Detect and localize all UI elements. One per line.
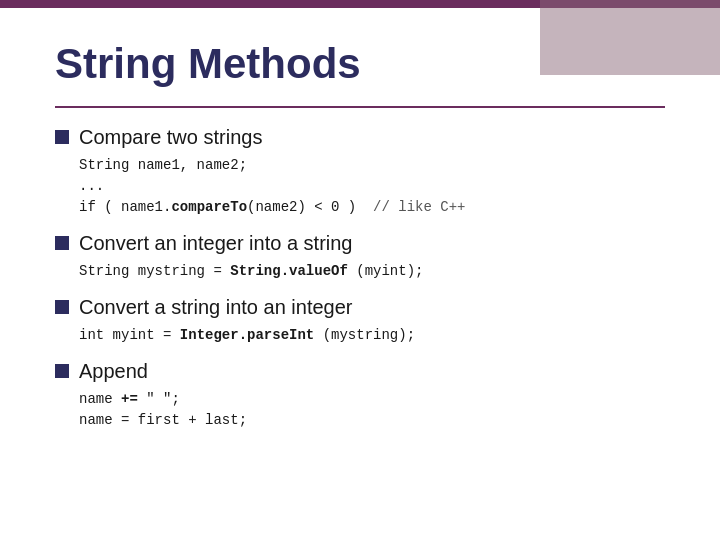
section-string-to-int-heading: Convert a string into an integer (55, 296, 665, 319)
code-append: name += " "; name = first + last; (79, 389, 665, 431)
section-int-to-string: Convert an integer into a string String … (55, 232, 665, 282)
bullet-int-to-string (55, 236, 69, 250)
code-append-line1: name += " "; (79, 389, 665, 410)
code-string-to-int: int myint = Integer.parseInt (mystring); (79, 325, 665, 346)
bullet-string-to-int (55, 300, 69, 314)
slide: String Methods Compare two strings Strin… (0, 0, 720, 540)
section-append-heading: Append (55, 360, 665, 383)
code-string-to-int-line1: int myint = Integer.parseInt (mystring); (79, 325, 665, 346)
code-compare-line1: String name1, name2; (79, 155, 665, 176)
section-string-to-int-title: Convert a string into an integer (79, 296, 353, 319)
section-compare: Compare two strings String name1, name2;… (55, 126, 665, 218)
corner-accent-decoration (540, 0, 720, 75)
section-string-to-int: Convert a string into an integer int myi… (55, 296, 665, 346)
section-append: Append name += " "; name = first + last; (55, 360, 665, 431)
section-int-to-string-heading: Convert an integer into a string (55, 232, 665, 255)
section-compare-title: Compare two strings (79, 126, 262, 149)
bullet-append (55, 364, 69, 378)
title-divider (55, 106, 665, 108)
code-compare-line2: ... (79, 176, 665, 197)
bullet-compare (55, 130, 69, 144)
section-compare-heading: Compare two strings (55, 126, 665, 149)
code-compare-line3: if ( name1.compareTo(name2) < 0 ) // lik… (79, 197, 665, 218)
code-int-to-string-line1: String mystring = String.valueOf (myint)… (79, 261, 665, 282)
code-append-line2: name = first + last; (79, 410, 665, 431)
code-int-to-string: String mystring = String.valueOf (myint)… (79, 261, 665, 282)
section-append-title: Append (79, 360, 148, 383)
section-int-to-string-title: Convert an integer into a string (79, 232, 353, 255)
code-compare: String name1, name2; ... if ( name1.comp… (79, 155, 665, 218)
